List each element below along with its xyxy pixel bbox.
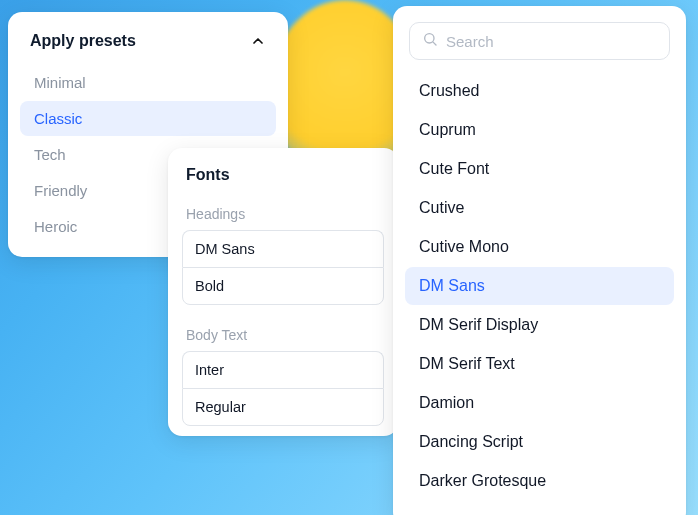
font-item[interactable]: Crushed [405,72,674,110]
presets-title: Apply presets [30,32,136,50]
chevron-up-icon [250,33,266,49]
headings-family-select[interactable]: DM Sans [182,230,384,267]
headings-group: DM Sans Bold [182,230,384,305]
font-item[interactable]: DM Serif Text [405,345,674,383]
search-icon [422,31,438,51]
body-group: Inter Regular [182,351,384,426]
font-item[interactable]: DM Serif Display [405,306,674,344]
preset-item-classic[interactable]: Classic [20,101,276,136]
search-field[interactable] [409,22,670,60]
fonts-panel: Fonts Headings DM Sans Bold Body Text In… [168,148,398,436]
body-label: Body Text [182,319,384,351]
headings-weight-value: Bold [195,278,224,294]
font-list-panel: CrushedCuprumCute FontCutiveCutive MonoD… [393,6,686,515]
headings-family-value: DM Sans [195,241,255,257]
preset-item-minimal[interactable]: Minimal [20,65,276,100]
fonts-title: Fonts [182,166,384,198]
font-item[interactable]: Damion [405,384,674,422]
body-family-select[interactable]: Inter [182,351,384,388]
svg-line-1 [433,42,436,45]
svg-point-0 [425,34,434,43]
headings-weight-select[interactable]: Bold [182,267,384,305]
font-item[interactable]: Darker Grotesque [405,462,674,500]
font-item[interactable]: Dancing Script [405,423,674,461]
search-input[interactable] [446,33,657,50]
font-item[interactable]: Cute Font [405,150,674,188]
headings-label: Headings [182,198,384,230]
font-item[interactable]: Cuprum [405,111,674,149]
body-family-value: Inter [195,362,224,378]
body-weight-value: Regular [195,399,246,415]
font-item[interactable]: Cutive Mono [405,228,674,266]
font-item[interactable]: Cutive [405,189,674,227]
font-item[interactable]: DM Sans [405,267,674,305]
body-weight-select[interactable]: Regular [182,388,384,426]
font-list: CrushedCuprumCute FontCutiveCutive MonoD… [401,72,678,500]
presets-header[interactable]: Apply presets [16,28,280,64]
